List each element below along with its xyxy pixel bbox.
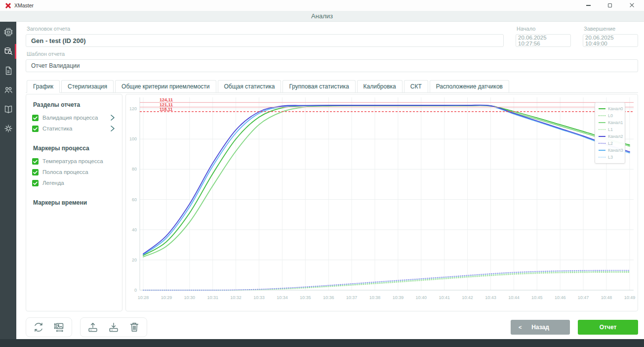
legend-entry: Канал0 (599, 105, 621, 112)
option-statistics[interactable]: Статистика (32, 123, 116, 134)
start-input[interactable]: 20.06.2025 10:27:56 (516, 34, 571, 47)
template-input[interactable]: Отчет Валидации (26, 59, 638, 72)
document-icon (4, 66, 13, 75)
option-validation-process[interactable]: Валидация процесса (32, 112, 116, 123)
titlebar: XMaster (0, 0, 644, 11)
xmaster-logo-icon (5, 2, 11, 9)
gear-icon (4, 124, 13, 133)
sidebar-item-cpu[interactable] (0, 26, 16, 39)
maximize-icon[interactable] (606, 2, 613, 9)
svg-text:10:30: 10:30 (184, 295, 196, 300)
sidebar-item-report[interactable] (0, 64, 16, 77)
sidebar-item-book[interactable] (0, 103, 16, 116)
svg-text:10:40: 10:40 (416, 295, 427, 300)
tab-grafik[interactable]: График (27, 80, 60, 93)
tab-gruppovaya-statistika[interactable]: Групповая статистика (282, 80, 355, 92)
chart-legend: Канал0L0Канал1L1Канал2L2Канал3L3 (595, 102, 625, 164)
chart-panel: 02040608010012010:2810:2910:3010:3110:32… (125, 94, 638, 311)
tab-obshchie-kriterii[interactable]: Общие критерии приемлемости (115, 80, 216, 92)
cpu-icon (4, 28, 13, 37)
svg-text:10:37: 10:37 (346, 295, 358, 300)
svg-text:10:45: 10:45 (531, 295, 543, 300)
legend-swatch (599, 108, 605, 109)
svg-text:60: 60 (132, 197, 137, 202)
legend-label: L0 (608, 113, 613, 118)
legend-swatch (599, 157, 605, 158)
close-icon[interactable] (628, 2, 635, 9)
legend-label: L2 (608, 141, 613, 146)
svg-text:80: 80 (132, 167, 137, 172)
report-button[interactable]: Отчет (578, 320, 638, 335)
export-image-button[interactable] (53, 321, 65, 333)
legend-label: L3 (608, 155, 613, 160)
tab-bar: График Стерилизация Общие критерии прием… (26, 80, 638, 93)
back-arrow: < (519, 324, 522, 330)
legend-entry: Канал3 (599, 147, 621, 154)
tab-skt[interactable]: СКТ (404, 80, 428, 92)
option-process-temperature[interactable]: Температура процесса (32, 156, 116, 167)
template-label: Шаблон отчета (27, 51, 638, 57)
svg-text:10:42: 10:42 (462, 295, 473, 300)
sidebar-item-data-search[interactable] (0, 45, 16, 58)
legend-entry: L2 (599, 140, 621, 147)
sidebar-item-settings[interactable] (0, 122, 16, 135)
section-heading: Маркеры процесса (33, 145, 116, 152)
refresh-button[interactable] (33, 321, 44, 333)
download-button[interactable] (108, 321, 120, 333)
checkbox-checked-icon[interactable] (32, 180, 39, 186)
start-label: Начало (517, 26, 571, 32)
svg-text:10:39: 10:39 (393, 295, 404, 300)
users-icon (4, 86, 13, 94)
tab-raspolozhenie-datchikov[interactable]: Расположение датчиков (430, 80, 509, 92)
svg-text:10:31: 10:31 (207, 295, 218, 300)
option-label: Полоса процесса (42, 169, 88, 175)
svg-text:10:33: 10:33 (253, 295, 265, 300)
sidebar-item-users[interactable] (0, 84, 16, 96)
option-label: Температура процесса (42, 158, 103, 164)
tab-kalibrovka[interactable]: Калибровка (357, 80, 402, 92)
legend-entry: L1 (599, 126, 621, 133)
svg-text:100: 100 (129, 136, 137, 141)
delete-button[interactable] (128, 321, 140, 333)
tab-sterilizatsiya[interactable]: Стерилизация (61, 80, 114, 92)
svg-text:118,11: 118,11 (160, 107, 173, 112)
minimize-icon[interactable] (585, 2, 592, 9)
svg-text:40: 40 (132, 227, 137, 232)
tab-obshchaya-statistika[interactable]: Общая статистика (218, 80, 282, 92)
chevron-right-icon[interactable] (110, 125, 115, 132)
temperature-chart: 02040608010012010:2810:2910:3010:3110:32… (126, 94, 638, 311)
option-legend[interactable]: Легенда (32, 177, 116, 188)
back-button[interactable]: < Назад (511, 320, 570, 335)
svg-text:10:29: 10:29 (161, 295, 172, 300)
svg-text:120: 120 (129, 106, 137, 111)
chevron-right-icon[interactable] (110, 114, 115, 121)
checkbox-checked-icon[interactable] (32, 158, 39, 165)
checkbox-checked-icon[interactable] (32, 115, 39, 121)
svg-text:10:43: 10:43 (485, 295, 496, 300)
footer-toolbar: < Назад Отчет (26, 317, 638, 337)
legend-swatch (599, 129, 605, 130)
main-content: Заголовок отчета Gen - test (ID 200) Нач… (16, 22, 644, 339)
legend-label: Канал2 (608, 134, 623, 139)
option-process-band[interactable]: Полоса процесса (32, 167, 116, 177)
svg-text:10:48: 10:48 (601, 295, 612, 300)
checkbox-checked-icon[interactable] (32, 126, 39, 132)
upload-button[interactable] (87, 321, 99, 333)
section-heading: Маркеры времени (33, 199, 116, 206)
checkbox-checked-icon[interactable] (32, 169, 39, 175)
option-label: Легенда (42, 180, 64, 186)
report-title-label: Заголовок отчета (27, 26, 504, 32)
finish-input[interactable]: 20.06.2025 10:49:00 (583, 34, 638, 47)
status-bar (0, 339, 644, 347)
report-title-input[interactable]: Gen - test (ID 200) (26, 34, 504, 47)
legend-entry: Канал2 (599, 133, 621, 140)
finish-label: Завершение (584, 26, 638, 32)
section-heading: Разделы отчета (33, 101, 116, 108)
legend-swatch (599, 122, 605, 123)
svg-text:10:41: 10:41 (439, 295, 450, 300)
svg-text:20: 20 (132, 258, 137, 262)
legend-entry: L0 (599, 112, 621, 119)
export-image-icon (53, 321, 65, 333)
legend-label: Канал0 (608, 106, 623, 111)
svg-text:10:28: 10:28 (138, 295, 149, 300)
